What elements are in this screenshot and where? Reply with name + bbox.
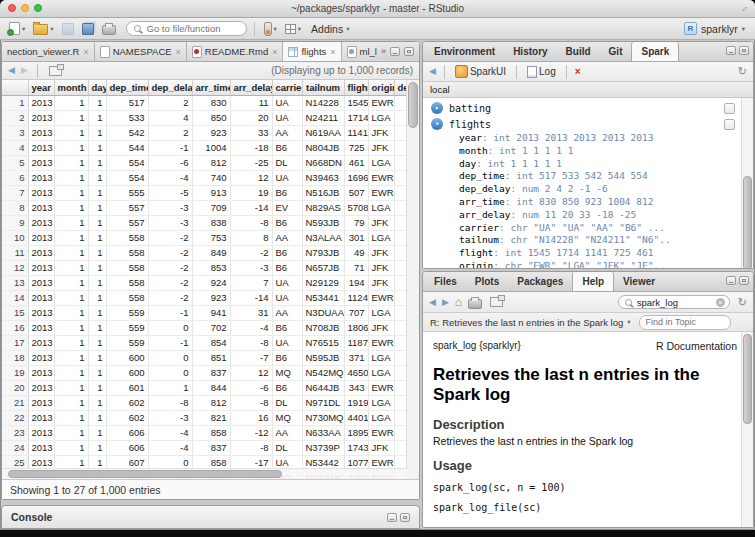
close-icon[interactable]: × [330,47,335,57]
workspace-tab-build[interactable]: Build [557,42,600,61]
column-header-arr_time[interactable]: arr_time [192,80,230,95]
column-header-month[interactable]: month [54,80,88,95]
editor-tab-nection-viewer-r[interactable]: nection_viewer.R× [2,42,95,61]
save-button[interactable] [60,22,76,36]
zoom-window-button[interactable] [34,4,42,12]
home-icon[interactable]: ⌂ [455,296,462,308]
horizontal-scrollbar[interactable] [2,468,407,479]
version-control-button[interactable]: ▾ [262,21,279,37]
column-header-dep_delay[interactable]: dep_delay [148,80,192,95]
project-menu[interactable]: R sparklyr ▾ [681,21,748,36]
field-info: : num 2 4 2 -1 -6 [510,183,607,196]
back-button[interactable]: ◀ [429,298,436,307]
spark-ui-button[interactable]: SparkUI [453,64,508,79]
addins-menu[interactable]: Addins▾ [307,22,353,36]
close-window-button[interactable] [8,4,16,12]
tab-overflow-icon[interactable]: » [381,46,386,56]
tree-scrollbar-thumb[interactable] [743,176,752,268]
version-control-icon [264,22,272,36]
print-button[interactable] [100,21,118,36]
table-checkbox[interactable] [724,119,735,130]
console-pane-header[interactable]: Console [1,505,420,529]
spark-table-flights[interactable]: ▾flights [423,116,753,132]
resize-icon[interactable]: ↔ [737,1,750,14]
minimize-window-button[interactable] [21,4,29,12]
output-tab-viewer[interactable]: Viewer [614,272,664,291]
workspace-tab-spark[interactable]: Spark [631,42,679,61]
new-file-button[interactable]: ▾ [7,21,27,36]
column-header-tailnum[interactable]: tailnum [302,80,344,95]
column-header-day[interactable]: day [88,80,106,95]
popout-icon[interactable] [49,66,62,76]
print-icon[interactable] [468,299,482,309]
table-row: 14201311558-2923-14UAN534411124EWR [2,290,408,305]
popout-icon[interactable] [490,297,503,307]
editor-tab-namespace[interactable]: NAMESPACE× [95,42,187,61]
goto-file-function[interactable] [126,21,247,36]
expand-icon[interactable]: ▸ [431,102,443,114]
editor-tab-bar: nection_viewer.R×NAMESPACE×README.Rmd×fl… [2,42,419,62]
back-button[interactable]: ◀ [8,66,15,75]
collapse-icon[interactable]: ▾ [431,118,443,130]
tree-scrollbar[interactable] [741,98,753,268]
column-header-carrier[interactable]: carrier [272,80,302,95]
vertical-scrollbar[interactable] [406,80,419,479]
save-all-button[interactable] [80,22,96,36]
open-file-button[interactable]: ▾ [31,21,55,36]
workspace-tab-git[interactable]: Git [600,42,632,61]
workspace-tab-list: EnvironmentHistoryBuildGitSpark [425,42,679,61]
panes-layout-button[interactable]: ▾ [283,23,303,35]
find-in-topic-input[interactable] [639,315,731,330]
vertical-scrollbar-thumb[interactable] [408,82,418,128]
help-topic-title[interactable]: R: Retrieves the last n entries in the S… [430,317,623,328]
column-header-flight[interactable]: flight [344,80,368,95]
back-button[interactable]: ◀ [429,67,436,76]
output-tab-help[interactable]: Help [572,272,614,291]
help-search-box[interactable]: × [618,295,730,309]
output-tab-files[interactable]: Files [425,272,466,291]
close-icon[interactable]: × [176,47,181,57]
table-row: 9201311557-3838-8B6N593JB79JFK [2,215,408,230]
minimize-pane-icon[interactable] [726,276,736,285]
minimize-pane-icon[interactable] [390,47,400,56]
close-icon[interactable]: × [83,47,88,57]
goto-file-input[interactable] [145,22,239,35]
maximize-pane-icon[interactable] [739,46,749,55]
workspace-tab-environment[interactable]: Environment [425,42,504,61]
maximize-pane-icon[interactable] [739,276,749,285]
column-header-dep_time[interactable]: dep_time [106,80,148,95]
help-scrollbar[interactable] [741,332,753,527]
spark-log-button[interactable]: Log [525,65,558,79]
forward-button[interactable]: ▶ [442,298,449,307]
close-icon[interactable]: × [272,47,277,57]
field-name: arr_delay [459,209,510,222]
column-header-arr_delay[interactable]: arr_delay [230,80,272,95]
table-row: 202013116011844-6B6N644JB343EWR [2,380,408,395]
column-header-year[interactable]: year [28,80,54,95]
maximize-pane-icon[interactable] [404,47,414,56]
output-tab-plots[interactable]: Plots [466,272,508,291]
spark-table-batting[interactable]: ▸batting [423,100,753,116]
column-header-rownum[interactable] [2,80,28,95]
connection-header: local [423,82,753,98]
minimize-pane-icon[interactable] [387,513,397,522]
clear-search-icon[interactable]: × [716,298,725,307]
disconnect-button[interactable]: × [575,66,581,77]
help-search-input[interactable] [635,296,713,309]
chevron-down-icon[interactable]: ▾ [627,318,630,326]
minimize-pane-icon[interactable] [726,46,736,55]
help-scrollbar-thumb[interactable] [743,334,752,424]
forward-button[interactable]: ▶ [21,66,28,75]
editor-tab-flights[interactable]: flights× [283,42,341,61]
refresh-icon[interactable]: ↻ [738,297,747,308]
output-tab-packages[interactable]: Packages [508,272,572,291]
horizontal-scrollbar-thumb[interactable] [8,470,282,478]
maximize-pane-icon[interactable] [400,513,410,522]
editor-tab-readme-rmd[interactable]: README.Rmd× [187,42,284,61]
spark-table-name: flights [449,119,491,130]
column-header-origin[interactable]: origin [368,80,394,95]
workspace-tab-history[interactable]: History [504,42,556,61]
table-checkbox[interactable] [724,103,735,114]
toolbar-separator [37,64,38,78]
refresh-icon[interactable]: ↻ [738,66,747,77]
